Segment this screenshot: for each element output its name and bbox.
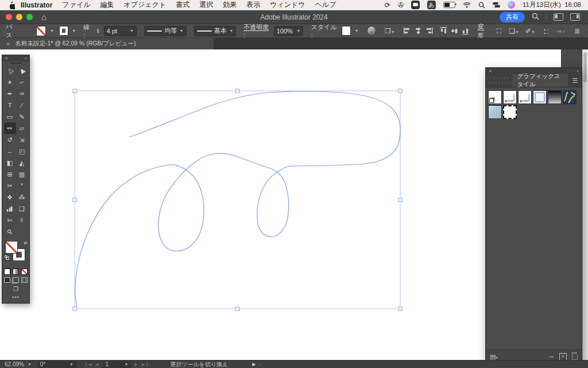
graphic-style-pastel-blur-style[interactable]: [488, 105, 502, 119]
siri-icon[interactable]: [508, 1, 515, 9]
screen-mode-button[interactable]: ❐: [2, 286, 29, 292]
spotlight-search-icon[interactable]: [478, 2, 485, 9]
eyedropper-tool[interactable]: ❜: [16, 180, 28, 191]
quick-edit-icon[interactable]: ✐▼: [525, 28, 535, 34]
gradient-tool[interactable]: ▥: [16, 168, 28, 180]
opacity-label[interactable]: 不透明度 :: [243, 23, 270, 39]
menu-bar-date[interactable]: 11月13日(水) 16:08: [523, 1, 581, 9]
swirl-icon[interactable]: ✇: [398, 1, 404, 9]
blend-tool[interactable]: ❖: [4, 191, 16, 203]
align-right-icon[interactable]: [425, 28, 433, 34]
tools-panel-collapse-icon[interactable]: «: [25, 56, 27, 60]
none-mode-button[interactable]: [21, 268, 28, 275]
line-app-icon[interactable]: [411, 1, 420, 9]
align-middle-vertical-icon[interactable]: [451, 27, 458, 34]
style-chevron-icon[interactable]: ▼: [355, 29, 359, 33]
selection-handle[interactable]: [399, 89, 402, 93]
select-similar-icon[interactable]: ❏▼: [509, 28, 519, 34]
transform-link[interactable]: 変形: [478, 22, 489, 40]
vertical-scrollbar[interactable]: [582, 49, 588, 360]
default-fill-stroke-icon[interactable]: [4, 255, 9, 260]
tools-panel-close-icon[interactable]: ✕: [5, 56, 8, 61]
zoom-window-button[interactable]: [26, 14, 33, 20]
width-tool[interactable]: ↔: [4, 145, 16, 157]
shape-builder-tool[interactable]: ◧: [4, 157, 16, 168]
curvature-tool[interactable]: ✑: [16, 88, 28, 99]
selection-handle[interactable]: [73, 89, 76, 93]
align-bottom-icon[interactable]: [462, 27, 469, 34]
last-artboard-icon[interactable]: ▶❙: [142, 362, 149, 367]
eraser-tool[interactable]: ▱: [16, 122, 28, 134]
align-left-icon[interactable]: [404, 28, 411, 34]
selection-handle[interactable]: [73, 307, 76, 310]
selection-bounding-box[interactable]: [75, 91, 400, 309]
graphic-style-default-graphic-style[interactable]: [488, 90, 502, 104]
graphic-styles-tab[interactable]: グラフィックスタイル: [512, 74, 568, 87]
menu-item-1[interactable]: 編集: [100, 0, 114, 10]
menu-item-3[interactable]: 書式: [176, 0, 189, 10]
sync-gear-icon[interactable]: ⟳: [385, 1, 390, 9]
stroke-weight-stepper[interactable]: ▲▼: [96, 28, 100, 34]
width-profile-field[interactable]: 均等▼: [144, 26, 187, 36]
graph-tool[interactable]: [4, 203, 16, 214]
home-icon[interactable]: ⌂: [41, 13, 47, 21]
hand-tool[interactable]: ✌: [16, 214, 28, 226]
menu-item-0[interactable]: ファイル: [62, 0, 90, 10]
scissors-tool[interactable]: ✂: [4, 180, 16, 191]
graphic-style-foliage-pattern-style[interactable]: [563, 90, 577, 104]
edit-toolbar-button[interactable]: •••: [2, 292, 29, 303]
panel-list-icon[interactable]: ≣: [574, 28, 580, 34]
workspace-switcher-icon[interactable]: [554, 13, 563, 21]
gradient-mode-button[interactable]: [12, 268, 20, 275]
magic-wand-tool[interactable]: ✶: [4, 76, 16, 88]
type-tool[interactable]: T: [4, 99, 16, 111]
paintbrush-tool[interactable]: ✎: [16, 111, 28, 122]
zoom-tool[interactable]: ⚲: [4, 226, 16, 237]
symbol-sprayer-tool[interactable]: ⁂: [16, 191, 28, 203]
panel-close-icon[interactable]: ✕: [489, 69, 492, 74]
new-graphic-style-icon[interactable]: +: [559, 353, 567, 361]
selection-tool[interactable]: ▶: [16, 65, 28, 76]
stroke-color-swatch[interactable]: [60, 26, 68, 35]
menu-item-illustrator[interactable]: Illustrator: [21, 1, 52, 9]
panel-collapse-icon[interactable]: «: [577, 69, 579, 73]
shape-properties-icon[interactable]: ❒▼: [385, 28, 395, 34]
align-top-icon[interactable]: [440, 27, 447, 34]
apple-menu-icon[interactable]: [8, 1, 15, 9]
document-tab[interactable]: ✕ 名称未設定-1* @ 62.09 % (RGB/プレビュー): [0, 38, 214, 49]
stroke-chevron-icon[interactable]: ▼: [72, 29, 76, 33]
search-icon[interactable]: [532, 12, 539, 22]
selection-handle[interactable]: [399, 198, 402, 202]
rotation-field[interactable]: 0°▼: [37, 361, 76, 368]
menu-item-8[interactable]: ヘルプ: [315, 0, 336, 10]
selection-handle[interactable]: [73, 198, 76, 202]
selection-handle[interactable]: [399, 307, 402, 310]
lasso-tool[interactable]: ∽: [16, 76, 28, 88]
pencil-tool[interactable]: ✏: [4, 122, 16, 134]
rectangle-tool[interactable]: ▭: [4, 111, 16, 122]
mesh-tool[interactable]: ⊞: [4, 168, 16, 180]
artboard-tool[interactable]: ❏: [16, 203, 28, 214]
status-play-icon[interactable]: ▶: [252, 362, 256, 367]
direct-selection-tool[interactable]: ▷: [4, 65, 16, 76]
fill-chevron-icon[interactable]: ▼: [50, 29, 54, 33]
graphic-style-black-gradient-style[interactable]: [548, 90, 562, 104]
first-artboard-icon[interactable]: ❙◀: [84, 362, 92, 367]
align-center-horizontal-icon[interactable]: [415, 28, 422, 34]
artboard-number-field[interactable]: 1▼: [103, 361, 131, 368]
fill-color-swatch[interactable]: [36, 26, 46, 36]
graphic-style-soft-shadow-style[interactable]: [518, 90, 532, 104]
scale-tool[interactable]: ⇲: [16, 134, 28, 145]
flow-options-icon[interactable]: ⇥▼: [556, 28, 566, 34]
slice-tool[interactable]: ✄: [4, 214, 16, 226]
menu-item-4[interactable]: 選択: [199, 0, 213, 10]
color-mode-button[interactable]: [3, 268, 11, 275]
draw-behind-button[interactable]: [12, 277, 20, 283]
previous-artboard-icon[interactable]: ◀: [95, 362, 99, 367]
close-document-icon[interactable]: ✕: [6, 41, 10, 47]
stroke-weight-field[interactable]: 4 pt▼: [104, 26, 137, 36]
bounding-box-icon[interactable]: ⛶: [497, 28, 501, 34]
menu-item-5[interactable]: 効果: [223, 0, 237, 10]
touch-workspace-icon[interactable]: [543, 28, 548, 34]
line-segment-tool[interactable]: ∕: [16, 99, 28, 111]
